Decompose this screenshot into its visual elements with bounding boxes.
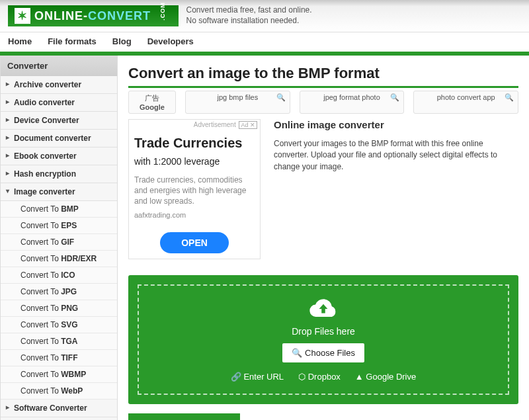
sidebar-sub-eps[interactable]: Convert To EPS: [1, 218, 117, 234]
description-heading: Online image converter: [274, 119, 518, 130]
gdrive-icon: ▲: [355, 372, 366, 382]
ad-title: Trade Currencies: [134, 136, 255, 151]
choose-files-button[interactable]: 🔍Choose Files: [282, 343, 364, 362]
logo-com: .COM: [159, 2, 166, 21]
logo-main: ONLINE-: [34, 9, 88, 23]
sidebar: Converter Archive converterAudio convert…: [0, 56, 118, 420]
sidebar-sub-bmp[interactable]: Convert To BMP: [1, 201, 117, 218]
tagline: Convert media free, fast and online. No …: [186, 5, 312, 26]
link-icon: 🔗: [231, 372, 244, 382]
google-drive-link[interactable]: ▲ Google Drive: [355, 372, 416, 382]
ad-cta-button[interactable]: OPEN: [160, 232, 229, 253]
sidebar-sub-gif[interactable]: Convert To GIF: [1, 234, 117, 251]
site-logo[interactable]: ✶ ONLINE-CONVERT .COM: [8, 5, 179, 26]
sidebar-sub-hdr-exr[interactable]: Convert To HDR/EXR: [1, 251, 117, 267]
divider: [128, 86, 518, 88]
ad-query-3[interactable]: photo convert app🔍: [413, 91, 518, 114]
upload-panel: Drop Files here 🔍Choose Files 🔗 Enter UR…: [128, 275, 518, 404]
description-body: Convert your images to the BMP format wi…: [274, 138, 518, 173]
drop-label: Drop Files here: [151, 326, 496, 337]
sidebar-sub-svg[interactable]: Convert To SVG: [1, 317, 117, 333]
sidebar-sub-ico[interactable]: Convert To ICO: [1, 267, 117, 284]
ad-search-row: 广告Google jpg bmp files🔍 jpeg format phot…: [128, 91, 518, 114]
sidebar-item-ebook-converter[interactable]: Ebook converter: [1, 147, 117, 165]
advertisement: Advertisement Ad ✕ Trade Currencies with…: [128, 119, 261, 259]
enter-url-link[interactable]: 🔗 Enter URL: [231, 372, 284, 382]
logo-icon: ✶: [15, 8, 30, 24]
sidebar-sub-tiff[interactable]: Convert To TIFF: [1, 350, 117, 366]
ad-subtitle: with 1:2000 leverage: [134, 156, 255, 167]
ad-body: Trade currencies, commodities and energi…: [134, 175, 255, 207]
main-nav: Home File formats Blog Developers: [0, 32, 529, 56]
dropzone[interactable]: Drop Files here 🔍Choose Files 🔗 Enter UR…: [138, 284, 509, 395]
ad-label: Advertisement Ad ✕: [194, 121, 257, 128]
search-icon: 🔍: [276, 93, 286, 102]
search-icon: 🔍: [292, 348, 302, 358]
sidebar-item-image-converter[interactable]: Image converter: [1, 183, 117, 201]
sidebar-sub-jpg[interactable]: Convert To JPG: [1, 284, 117, 300]
sidebar-item-device-converter[interactable]: Device Converter: [1, 112, 117, 130]
sidebar-sub-webp[interactable]: Convert To WebP: [1, 383, 117, 399]
sidebar-title: Converter: [1, 56, 117, 76]
dropbox-link[interactable]: ⬡ Dropbox: [298, 372, 341, 382]
nav-blog[interactable]: Blog: [112, 36, 132, 46]
logo-accent: CONVERT: [88, 9, 151, 23]
search-icon: 🔍: [390, 93, 399, 102]
page-title: Convert an image to the BMP format: [128, 65, 518, 82]
sidebar-item-audio-converter[interactable]: Audio converter: [1, 94, 117, 112]
search-icon: 🔍: [505, 93, 514, 102]
ad-query-2[interactable]: jpeg format photo🔍: [300, 91, 405, 114]
sidebar-item-software-converter[interactable]: Software Converter: [1, 399, 117, 417]
sidebar-item-document-converter[interactable]: Document converter: [1, 130, 117, 147]
sidebar-item-hash-encryption[interactable]: Hash encryption: [1, 165, 117, 183]
sidebar-sub-png[interactable]: Convert To PNG: [1, 300, 117, 317]
ad-query-1[interactable]: jpg bmp files🔍: [185, 91, 290, 114]
google-ad-label[interactable]: 广告Google: [128, 91, 176, 114]
nav-home[interactable]: Home: [8, 36, 32, 46]
start-conversion-button[interactable]: Start conversion: [128, 413, 240, 420]
nav-file-formats[interactable]: File formats: [48, 36, 97, 46]
dropbox-icon: ⬡: [298, 372, 308, 382]
cloud-upload-icon: [309, 298, 338, 320]
sidebar-sub-tga[interactable]: Convert To TGA: [1, 333, 117, 350]
nav-developers[interactable]: Developers: [147, 36, 194, 46]
sidebar-item-video-converter[interactable]: Video converter: [1, 417, 117, 420]
sidebar-item-archive-converter[interactable]: Archive converter: [1, 76, 117, 94]
ad-url[interactable]: aafxtrading.com: [134, 211, 255, 219]
sidebar-sub-wbmp[interactable]: Convert To WBMP: [1, 366, 117, 383]
